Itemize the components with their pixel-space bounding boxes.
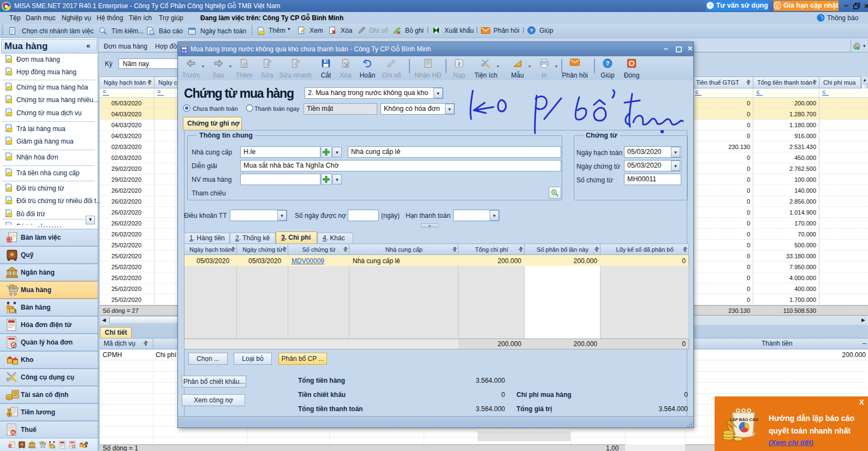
svg-text:?: ? — [530, 27, 533, 33]
svg-text:%: % — [11, 430, 15, 435]
svg-text:?: ? — [606, 60, 609, 67]
svg-text:LẬP BÁO CÁO: LẬP BÁO CÁO — [730, 417, 759, 422]
svg-text:$: $ — [8, 412, 10, 417]
svg-text:2: 2 — [457, 61, 460, 67]
